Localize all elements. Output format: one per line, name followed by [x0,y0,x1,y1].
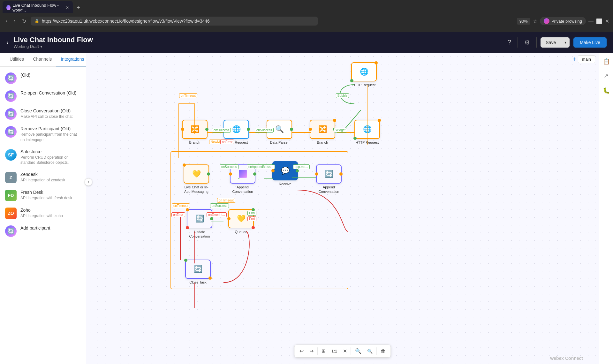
toolbar-grid-button[interactable]: ⊞ [319,346,328,356]
conn-label-onsuccess4: onSuccess [210,203,229,208]
dot-receive-mr [296,169,299,172]
item-name-remove-participant: Remove Participant (Old) [20,126,81,131]
header-divider [518,37,518,48]
right-bug-button[interactable]: 🐛 [600,85,612,97]
sidebar-item-freshdesk[interactable]: FD Fresh Desk API integration with fresh… [0,186,86,204]
new-tab-button[interactable]: + [74,3,83,12]
tab-close[interactable]: ✕ [66,5,69,10]
tab-channels[interactable]: Channels [28,53,56,66]
node-label-update-conv: Update Conversation [185,230,214,239]
sidebar-collapse-button[interactable]: ‹ [85,178,92,186]
address-bar-container: 🔒 [31,17,318,26]
item-text-zoho: Zoho API integration with zoho [20,208,63,219]
watermark: webex Connect [550,356,583,361]
page-title: Live Chat Inbound Flow [14,36,93,44]
toolbar-undo-button[interactable]: ↩ [297,346,306,356]
sidebar-item-remove-participant[interactable]: 🔄 Remove Participant (Old) Remove partic… [0,123,86,146]
save-button[interactable]: Save ▾ [541,37,570,48]
back-button[interactable]: ‹ [4,16,9,26]
settings-button[interactable]: ⚙ [522,36,533,49]
node-box-http-top: 🌐 [351,62,377,81]
conn-label-ontimeout3: onTimeout [172,203,190,208]
tab-integrations[interactable]: Integrations [56,53,86,66]
node-label-http-top: HTTP Request [352,83,376,87]
dot-http3-tr [378,119,381,122]
minimize-button[interactable]: — [588,18,594,24]
item-name-freshdesk: Fresh Desk [20,190,72,195]
sidebar-item-add-participant[interactable]: 🔄 Add participant [0,222,86,240]
node-label-branch2: Branch [317,140,328,145]
sidebar-item-reopen[interactable]: 🔄 Re-open Conversation (Old) [0,87,86,105]
conn-label-bobble: Bobble [336,93,349,98]
toolbar-fit-button[interactable]: 1:1 [329,347,339,355]
bookmark-button[interactable]: ☆ [533,18,537,24]
canvas-area: + main [86,53,599,364]
node-http-top[interactable]: 🌐 HTTP Request [351,62,377,87]
nav-right: 90% ☆ Private browsing — ⬜ ✕ [517,17,609,25]
item-desc-close-conv: Make API call to close the chat [20,114,72,119]
reload-button[interactable]: ↻ [20,16,28,26]
node-branch2[interactable]: 🔀 Branch [310,120,335,145]
dot-update-tl [186,208,189,211]
lock-icon: 🔒 [34,19,39,23]
dot-livechat-tl [183,163,186,167]
item-name-salesforce: Salesforce [20,149,81,154]
node-label-http3: HTTP Request [356,140,379,145]
header-divider2 [536,37,537,48]
dot-branch2-tr [333,119,336,122]
address-bar[interactable] [42,19,314,24]
node-box-close-task: 🔄 [185,260,211,279]
item-icon-reopen: 🔄 [5,90,17,102]
conn-label-ontimeout1: onTimeout [179,93,197,98]
tab-utilities[interactable]: Utilities [5,53,28,66]
toolbar-cross-button[interactable]: ✕ [340,346,350,356]
conn-label-onsuccess2: onSuccess [255,128,274,133]
sidebar-item-zoho[interactable]: ZO Zoho API integration with zoho [0,204,86,222]
back-nav-button[interactable]: ‹ [6,39,9,46]
dot-http2-mr [247,128,250,131]
sidebar-item-salesforce[interactable]: SF Salesforce Perform CRUD operation on … [0,146,86,169]
conn-label-onerror2: onError [220,140,234,144]
sidebar-item-old1[interactable]: 🔄 (Old) [0,69,86,87]
node-append2[interactable]: 🔄 Append Conversation [314,164,343,194]
node-label-live-chat: Live Chat or In-App Messaging [182,185,211,194]
zoom-button[interactable]: 90% [517,18,530,25]
active-tab[interactable]: Live Chat Inbound Flow - workf... ✕ [3,1,73,14]
right-panel-button[interactable]: 📋 [600,55,612,67]
close-button[interactable]: ✕ [605,18,609,24]
node-http3[interactable]: 🌐 HTTP Request [354,120,380,145]
toolbar-zoom-button[interactable]: 🔍 [365,347,375,356]
sidebar-item-zendesk[interactable]: Z Zendesk API integration of zendesk [0,169,86,186]
item-icon-salesforce: SF [5,149,17,161]
draft-dropdown-icon: ▾ [40,44,42,49]
toolbar-divider2 [351,347,351,355]
item-text-add-participant: Add participant [20,225,50,231]
canvas-add-tab-button[interactable]: + [573,56,577,63]
conn-label-onsuccess1: onSuccess [212,128,231,133]
tab-title: Live Chat Inbound Flow - workf... [12,3,63,12]
right-share-button[interactable]: ↗ [601,70,611,82]
toolbar-delete-button[interactable]: 🗑 [378,346,388,356]
forward-button[interactable]: › [12,16,17,26]
sidebar-item-close-conv[interactable]: 🔄 Close Conversation (Old) Make API call… [0,105,86,123]
toolbar-redo-button[interactable]: ↪ [307,346,316,356]
dot-livechat-mr [207,172,210,176]
node-label-branch1: Branch [189,140,201,145]
node-branch1[interactable]: 🔀 Branch [182,120,208,145]
private-icon [544,18,549,24]
item-name-zendesk: Zendesk [20,172,65,177]
node-close-task[interactable]: 🔄 Close Task [185,260,211,284]
conn-label-onerror1: onError [171,212,185,217]
save-dropdown-icon[interactable]: ▾ [561,38,570,47]
private-browsing-badge: Private browsing [540,17,586,25]
toolbar-search-button[interactable]: 🔍 [352,346,364,356]
make-live-button[interactable]: Make Live [573,37,607,48]
main-tab[interactable]: main [578,55,595,63]
dot-parser-mr [290,128,293,131]
help-button[interactable]: ? [505,36,514,49]
header-title-section: Live Chat Inbound Flow Working Draft ▾ [14,36,93,49]
dot-branch1-mr [205,128,208,131]
draft-selector[interactable]: Working Draft ▾ [14,44,93,49]
node-live-chat[interactable]: 💛 Live Chat or In-App Messaging [182,164,211,194]
maximize-button[interactable]: ⬜ [596,18,602,24]
